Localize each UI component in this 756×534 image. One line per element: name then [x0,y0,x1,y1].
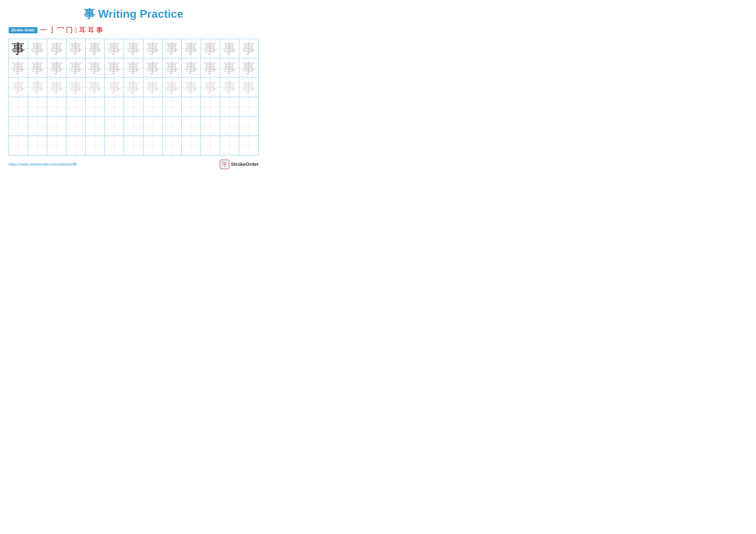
cell-6-11[interactable] [201,136,220,155]
cell-5-3[interactable] [47,116,67,136]
cell-5-13[interactable] [239,116,258,136]
cell-4-10[interactable] [182,97,201,116]
cell-1-3: 事 [47,39,67,58]
stroke-sequence: 一 亅 冖 冂 𠃊 耳 耳 事 [40,25,103,35]
cell-1-8: 事 [143,39,162,58]
cell-1-7: 事 [124,39,143,58]
cell-3-1: 事 [9,78,28,97]
stroke-order-badge: Stroke Order [9,27,38,33]
cell-6-7[interactable] [124,136,143,155]
cell-2-10: 事 [182,58,201,78]
cell-6-8[interactable] [143,136,162,155]
cell-3-10: 事 [182,78,201,97]
cell-4-5[interactable] [86,97,105,116]
stroke-order-row: Stroke Order 一 亅 冖 冂 𠃊 耳 耳 事 [9,25,258,35]
cell-2-11: 事 [201,58,220,78]
cell-5-10[interactable] [182,116,201,136]
cell-6-2[interactable] [28,136,47,155]
cell-2-3: 事 [47,58,67,78]
cell-1-12: 事 [220,39,239,58]
cell-6-9[interactable] [162,136,182,155]
footer-logo: 字 StrokeOrder [220,160,258,169]
cell-5-6[interactable] [105,116,124,136]
cell-4-3[interactable] [47,97,67,116]
stroke-3: 冖 [57,25,64,35]
cell-5-4[interactable] [67,116,86,136]
grid-row-3: 事 事 事 事 事 事 事 事 事 事 事 事 事 [9,78,258,97]
char-dark: 事 [12,42,25,55]
cell-2-6: 事 [105,58,124,78]
cell-3-2: 事 [28,78,47,97]
grid-row-2: 事 事 事 事 事 事 事 事 事 事 事 事 事 [9,58,258,78]
cell-3-12: 事 [220,78,239,97]
cell-6-3[interactable] [47,136,67,155]
cell-4-2[interactable] [28,97,47,116]
cell-4-4[interactable] [67,97,86,116]
cell-5-5[interactable] [86,116,105,136]
cell-1-5: 事 [86,39,105,58]
cell-1-9: 事 [162,39,182,58]
practice-grid: 事 事 事 事 事 事 事 事 事 事 事 事 事 事 事 事 事 事 事 事 … [9,39,258,155]
cell-5-8[interactable] [143,116,162,136]
grid-row-4 [9,97,258,116]
page-title: 事 Writing Practice [9,7,258,21]
cell-1-6: 事 [105,39,124,58]
title-text: Writing Practice [98,8,183,20]
stroke-8: 事 [96,25,103,35]
cell-3-13: 事 [239,78,258,97]
cell-6-13[interactable] [239,136,258,155]
cell-3-7: 事 [124,78,143,97]
cell-5-11[interactable] [201,116,220,136]
cell-1-11: 事 [201,39,220,58]
cell-6-10[interactable] [182,136,201,155]
cell-1-4: 事 [67,39,86,58]
stroke-7: 耳 [88,25,94,35]
cell-6-1[interactable] [9,136,28,155]
stroke-1: 一 [40,25,47,35]
cell-4-1[interactable] [9,97,28,116]
cell-6-6[interactable] [105,136,124,155]
cell-3-5: 事 [86,78,105,97]
cell-4-6[interactable] [105,97,124,116]
cell-4-7[interactable] [124,97,143,116]
stroke-5: 𠃊 [74,26,77,34]
cell-2-12: 事 [220,58,239,78]
stroke-4: 冂 [66,25,73,35]
stroke-6: 耳 [79,25,86,35]
cell-1-1: 事 [9,39,28,58]
cell-3-3: 事 [47,78,67,97]
cell-5-1[interactable] [9,116,28,136]
cell-3-9: 事 [162,78,182,97]
footer: https://www.strokeorder.com/chinese/事 字 … [9,160,258,169]
cell-5-2[interactable] [28,116,47,136]
cell-2-4: 事 [67,58,86,78]
title-area: 事 Writing Practice [9,7,258,21]
cell-3-11: 事 [201,78,220,97]
cell-2-13: 事 [239,58,258,78]
cell-1-13: 事 [239,39,258,58]
cell-5-12[interactable] [220,116,239,136]
cell-6-5[interactable] [86,136,105,155]
strokeorder-logo-icon: 字 [220,160,229,169]
footer-url: https://www.strokeorder.com/chinese/事 [9,162,77,167]
cell-4-13[interactable] [239,97,258,116]
cell-3-8: 事 [143,78,162,97]
cell-4-8[interactable] [143,97,162,116]
cell-5-9[interactable] [162,116,182,136]
cell-4-9[interactable] [162,97,182,116]
cell-2-8: 事 [143,58,162,78]
cell-6-12[interactable] [220,136,239,155]
grid-row-1: 事 事 事 事 事 事 事 事 事 事 事 事 事 [9,39,258,58]
footer-logo-text: StrokeOrder [231,162,258,167]
cell-2-7: 事 [124,58,143,78]
cell-3-6: 事 [105,78,124,97]
cell-6-4[interactable] [67,136,86,155]
title-char: 事 [84,8,95,20]
cell-5-7[interactable] [124,116,143,136]
cell-4-12[interactable] [220,97,239,116]
grid-row-5 [9,116,258,136]
cell-1-2: 事 [28,39,47,58]
cell-4-11[interactable] [201,97,220,116]
cell-2-5: 事 [86,58,105,78]
cell-2-1: 事 [9,58,28,78]
